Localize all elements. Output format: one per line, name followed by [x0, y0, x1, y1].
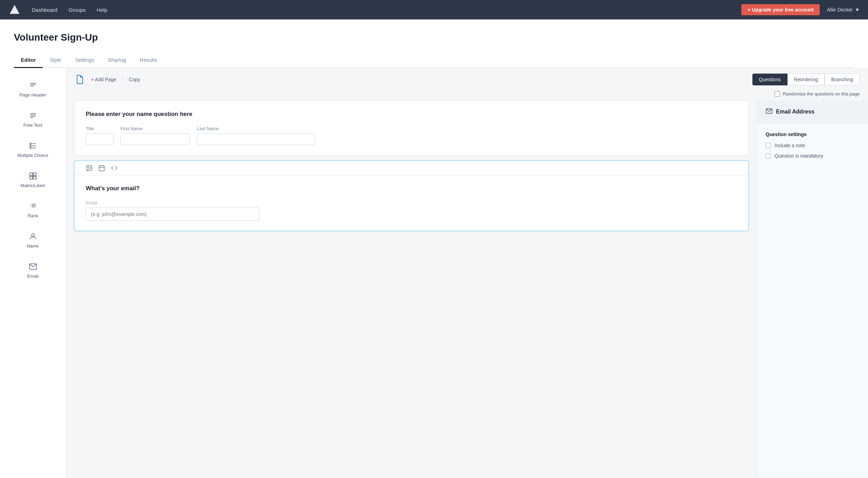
questions-list: Please enter your name question here Tit… [66, 101, 757, 478]
randomize-label: Randomize the questions on this page [783, 91, 860, 97]
first-name-input[interactable] [120, 133, 190, 145]
svg-point-9 [30, 143, 31, 144]
email-address-panel-icon [766, 108, 773, 116]
email-field-label: Email [86, 200, 737, 206]
copy-button[interactable]: Copy [129, 77, 140, 82]
sidebar-label-multiple-choice: Multiple Choice [17, 153, 48, 158]
page-container: Volunteer Sign-Up Editor Style Settings … [0, 19, 868, 478]
calendar-tool-icon[interactable] [98, 165, 105, 171]
sidebar-label-email: Email [27, 274, 39, 279]
randomize-checkbox[interactable] [775, 91, 780, 97]
right-panel-title: Email Address [776, 109, 815, 115]
right-panel-header: Email Address [757, 101, 868, 123]
email-field-group: Email [86, 200, 737, 221]
svg-rect-28 [99, 166, 105, 171]
email-question-card: What's your email? Email [74, 161, 749, 231]
sidebar-item-free-text[interactable]: Free Text [3, 106, 63, 133]
name-question-title: Please enter your name question here [86, 111, 737, 118]
svg-rect-17 [33, 176, 36, 179]
email-input[interactable] [86, 208, 259, 221]
sidebar-item-multiple-choice[interactable]: Multiple Choice [3, 136, 63, 163]
main-layout: Page Header Free Text Multiple Choice [0, 68, 868, 478]
page-header-icon [29, 81, 37, 90]
tab-sharing[interactable]: Sharing [101, 53, 133, 68]
svg-rect-15 [33, 173, 36, 176]
image-tool-icon[interactable] [86, 165, 93, 171]
add-page-button[interactable]: + Add Page [91, 77, 116, 82]
email-question-title: What's your email? [86, 185, 737, 192]
tabs: Editor Style Settings Sharing Results [14, 53, 854, 68]
code-tool-icon[interactable] [111, 165, 118, 171]
tab-results[interactable]: Results [133, 53, 164, 68]
svg-point-13 [30, 147, 31, 149]
name-fields: Title First Name Last Name [86, 126, 737, 145]
multiple-choice-icon [29, 142, 37, 150]
svg-point-27 [88, 167, 89, 168]
toolbar-right: Questions Reordering Branching [752, 74, 860, 85]
sidebar-label-name: Name [27, 243, 39, 249]
rank-icon [29, 202, 37, 210]
include-note-label: Include a note [775, 143, 805, 148]
page-file-icon [74, 74, 85, 85]
sidebar-label-matrix: Matrix/Likert [20, 183, 45, 188]
navbar-right: + Upgrade your free account Allie Decker… [741, 4, 860, 15]
view-questions-button[interactable]: Questions [752, 74, 787, 85]
view-branching-button[interactable]: Branching [825, 74, 860, 85]
svg-point-11 [30, 145, 31, 146]
sidebar-item-rank[interactable]: Rank [3, 196, 63, 224]
user-name: Allie Decker [827, 7, 853, 12]
mandatory-checkbox[interactable] [766, 153, 771, 159]
matrix-icon [29, 172, 37, 180]
upgrade-button[interactable]: + Upgrade your free account [741, 4, 820, 15]
title-field-group: Title [86, 126, 114, 145]
mandatory-label: Question is mandatory [775, 153, 823, 159]
sidebar-label-rank: Rank [27, 213, 38, 218]
logo [8, 3, 21, 16]
sidebar: Page Header Free Text Multiple Choice [0, 68, 66, 478]
chevron-down-icon: ▼ [855, 7, 860, 12]
name-icon [29, 232, 37, 241]
sidebar-item-matrix[interactable]: Matrix/Likert [3, 166, 63, 194]
last-name-field-group: Last Name [197, 126, 315, 145]
last-name-input[interactable] [197, 133, 315, 145]
mandatory-row: Question is mandatory [766, 153, 860, 159]
sidebar-item-page-header[interactable]: Page Header [3, 76, 63, 103]
sidebar-item-name[interactable]: Name [3, 227, 63, 254]
sidebar-label-free-text: Free Text [24, 123, 42, 128]
view-reordering-button[interactable]: Reordering [787, 74, 825, 85]
sidebar-label-page-header: Page Header [19, 92, 46, 98]
page-title: Volunteer Sign-Up [14, 32, 854, 43]
email-card-toolbar [75, 161, 748, 175]
nav-dashboard[interactable]: Dashboard [32, 7, 57, 13]
sidebar-item-email[interactable]: Email [3, 257, 63, 284]
email-icon [29, 262, 37, 271]
tab-style[interactable]: Style [43, 53, 68, 68]
nav-help[interactable]: Help [97, 7, 108, 13]
randomize-row: Randomize the questions on this page [66, 91, 868, 101]
name-question-body: Please enter your name question here Tit… [75, 101, 748, 155]
user-menu[interactable]: Allie Decker ▼ [827, 7, 860, 12]
name-question-card: Please enter your name question here Tit… [74, 101, 749, 155]
nav-groups[interactable]: Groups [68, 7, 85, 13]
right-panel-body: Question settings Include a note Questio… [757, 123, 868, 477]
svg-marker-0 [10, 5, 19, 14]
include-note-row: Include a note [766, 143, 860, 148]
title-field-label: Title [86, 126, 114, 131]
include-note-checkbox[interactable] [766, 143, 771, 148]
tab-editor[interactable]: Editor [14, 53, 43, 68]
first-name-label: First Name [120, 126, 190, 131]
last-name-label: Last Name [197, 126, 315, 131]
toolbar-left: + Add Page | Copy [74, 74, 140, 85]
title-input[interactable] [86, 133, 114, 145]
toolbar-separator: | [122, 76, 123, 83]
settings-title: Question settings [766, 132, 860, 137]
page-header: Volunteer Sign-Up Editor Style Settings … [0, 19, 868, 68]
free-text-icon [29, 111, 37, 120]
email-question-body: What's your email? Email [75, 175, 748, 230]
navbar: Dashboard Groups Help + Upgrade your fre… [0, 0, 868, 19]
svg-point-24 [32, 234, 34, 236]
svg-rect-16 [30, 176, 33, 179]
first-name-field-group: First Name [120, 126, 190, 145]
tab-settings[interactable]: Settings [68, 53, 101, 68]
svg-rect-14 [30, 173, 33, 176]
